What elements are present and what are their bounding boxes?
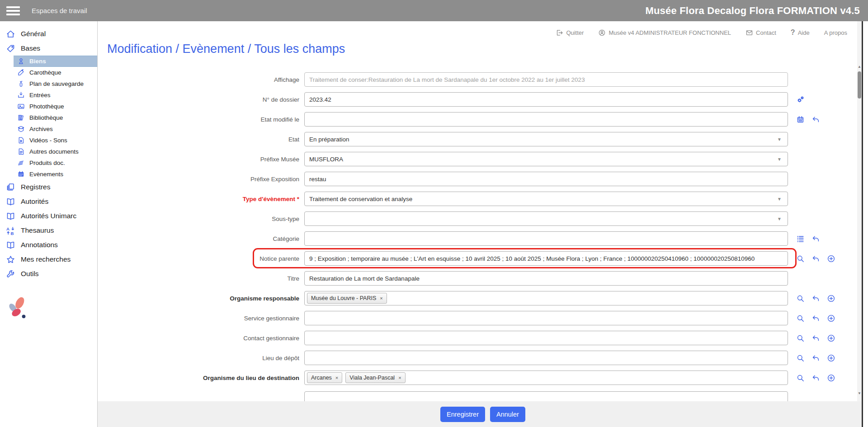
userbar-link-quitter[interactable]: Quitter: [556, 29, 584, 37]
sidebar-item-biens[interactable]: Biens: [14, 56, 97, 67]
sous-type-select[interactable]: ▼: [304, 211, 788, 226]
menu-icon[interactable]: [6, 6, 20, 15]
sidebar-item-autres-documents[interactable]: Autres documents: [14, 146, 97, 157]
scroll-up-icon[interactable]: ▲: [857, 65, 862, 69]
undo-icon[interactable]: [811, 354, 820, 362]
organisme-lieu-destination-input[interactable]: Arcanes×Viala Jean-Pascal×: [304, 371, 788, 385]
sidebar-item-autorites[interactable]: Autorités: [0, 194, 97, 209]
vertical-scrollbar[interactable]: ▲ ▼: [857, 21, 862, 401]
undo-icon[interactable]: [811, 235, 820, 243]
sidebar-item-entrees[interactable]: Entrées: [14, 89, 97, 101]
cancel-button[interactable]: Annuler: [490, 407, 525, 422]
sidebar-item-bibliotheque[interactable]: Bibliothèque: [14, 112, 97, 123]
undo-icon[interactable]: [811, 314, 820, 323]
window-edge: [863, 21, 868, 427]
list-icon[interactable]: [796, 235, 805, 243]
n-de-dossier-input[interactable]: [309, 96, 783, 103]
search-icon[interactable]: [796, 354, 805, 362]
etat-modifie-le-input[interactable]: [309, 116, 783, 123]
undo-icon[interactable]: [811, 294, 820, 303]
search-icon[interactable]: [796, 314, 805, 323]
field-row-n-de-dossier: N° de dossier: [107, 92, 868, 107]
book-open-icon: [6, 240, 15, 250]
titre-input[interactable]: [309, 275, 783, 282]
field-actions: [796, 314, 835, 323]
sidebar-item-thesaurus[interactable]: ABThesaurus: [0, 223, 97, 238]
scroll-down-icon[interactable]: ▼: [857, 392, 862, 395]
sidebar-item-label: Carothèque: [29, 69, 61, 76]
wrench-icon: [6, 269, 15, 279]
notice-parente-input[interactable]: [309, 255, 783, 262]
sidebar-item-label: Produits doc.: [29, 160, 65, 166]
add-icon[interactable]: [827, 354, 835, 362]
flora-software-logo[interactable]: [4, 295, 97, 321]
calendar-icon[interactable]: [796, 115, 805, 124]
prefixe-exposition-input[interactable]: [309, 176, 783, 183]
add-icon[interactable]: [827, 254, 835, 263]
form: AffichageTraitement de conser:Restaurati…: [98, 56, 868, 401]
sidebar-item-autorites-unimarc[interactable]: Autorités Unimarc: [0, 209, 97, 223]
chip-remove-icon[interactable]: ×: [398, 375, 401, 380]
sidebar-item-bases[interactable]: Bases: [0, 41, 97, 56]
undo-icon[interactable]: [811, 115, 820, 124]
field-row-prefixe-exposition: Préfixe Exposition: [107, 172, 868, 186]
userbar-link-aide[interactable]: ?Aide: [791, 28, 810, 37]
sidebar-item-produits-doc[interactable]: Produits doc.: [14, 157, 97, 169]
sidebar-item-mes-recherches[interactable]: Mes recherches: [0, 252, 97, 267]
exit-icon: [556, 29, 563, 37]
undo-icon[interactable]: [811, 254, 820, 263]
type-devenement-select[interactable]: Traitement de conservation et analyse▼: [304, 192, 788, 206]
add-icon[interactable]: [827, 334, 835, 343]
sidebar-item-videos-sons[interactable]: Vidéos - Sons: [14, 135, 97, 146]
book-open-icon: [6, 211, 15, 221]
chevron-down-icon: ▼: [777, 216, 782, 221]
categorie-input[interactable]: [309, 235, 783, 242]
organisme-responsable-input[interactable]: Musée du Louvre - PARIS×: [304, 291, 788, 305]
add-icon[interactable]: [827, 374, 835, 382]
field-label-titre: Titre: [107, 275, 304, 282]
workspace-label[interactable]: Espaces de travail: [32, 7, 87, 14]
prefixe-musee-select[interactable]: MUSFLORA▼: [304, 152, 788, 166]
sidebar-item-general[interactable]: Général: [0, 27, 97, 41]
add-icon[interactable]: [827, 294, 835, 303]
search-icon[interactable]: [796, 334, 805, 343]
field-row-titre: Titre: [107, 271, 868, 286]
sidebar-item-label: Biens: [29, 58, 46, 65]
sidebar-item-label: Bibliothèque: [29, 114, 63, 121]
sidebar-item-evenements[interactable]: Evènements: [14, 169, 97, 180]
sidebar-item-plan-de-sauvegarde[interactable]: Plan de sauvegarde: [14, 78, 97, 89]
sidebar-item-phototheque[interactable]: Photothèque: [14, 101, 97, 112]
page-title: Modification / Evènement / Tous les cham…: [107, 42, 868, 56]
undo-icon[interactable]: [811, 334, 820, 343]
chip: Musée du Louvre - PARIS×: [307, 293, 387, 304]
userbar-link-a-propos[interactable]: A propos: [824, 29, 847, 36]
tag-icon: [6, 44, 15, 53]
userbar-link-contact[interactable]: Contact: [745, 29, 776, 37]
video-file-icon: [17, 136, 25, 144]
etat-select[interactable]: En préparation▼: [304, 132, 788, 146]
sidebar-item-annotations[interactable]: Annotations: [0, 238, 97, 252]
gears-icon[interactable]: [796, 95, 805, 104]
contact-gestionnaire-input[interactable]: [309, 335, 783, 342]
chip-remove-icon[interactable]: ×: [380, 296, 382, 301]
sidebar-item-carotheque[interactable]: Carothèque: [14, 67, 97, 78]
add-icon[interactable]: [827, 314, 835, 323]
champ-suivant-input[interactable]: [309, 395, 783, 402]
sort-ab-icon: AB: [6, 226, 15, 235]
sidebar-item-registres[interactable]: Registres: [0, 180, 97, 194]
undo-icon[interactable]: [811, 374, 820, 382]
sidebar-item-outils[interactable]: Outils: [0, 267, 97, 281]
userbar-link-user[interactable]: Musée v4 ADMINISTRATEUR FONCTIONNEL: [598, 29, 731, 37]
affichage-input[interactable]: Traitement de conser:Restauration de La …: [304, 72, 788, 87]
chip-remove-icon[interactable]: ×: [335, 375, 338, 380]
search-icon[interactable]: [796, 374, 805, 382]
lieu-de-depot-input[interactable]: [309, 355, 783, 361]
sidebar-item-archives[interactable]: Archives: [14, 123, 97, 135]
notice-parente-box: [304, 251, 788, 266]
search-icon[interactable]: [796, 254, 805, 263]
save-button[interactable]: Enregistrer: [440, 407, 485, 422]
search-icon[interactable]: [796, 294, 805, 303]
field-label-etat: Etat: [107, 136, 304, 143]
scrollbar-thumb[interactable]: [858, 71, 861, 99]
service-gestionnaire-input[interactable]: [309, 315, 783, 322]
